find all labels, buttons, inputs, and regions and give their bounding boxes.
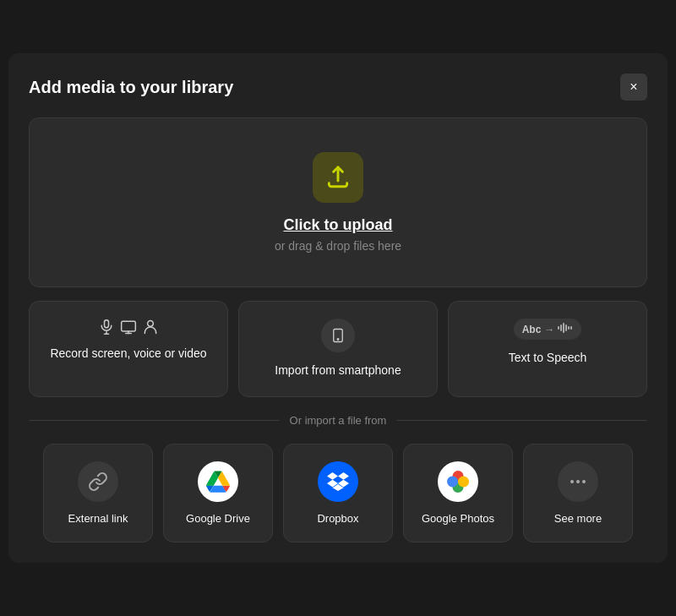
- separator: Or import a file from: [29, 414, 647, 427]
- dropbox-card[interactable]: Dropbox: [283, 444, 393, 542]
- google-photos-icon-wrapper: [438, 461, 478, 502]
- smartphone-icon: [330, 328, 346, 343]
- person-icon: [142, 319, 159, 335]
- dropbox-icon-wrapper: [318, 461, 358, 502]
- smartphone-icon-bg: [321, 319, 355, 352]
- google-photos-label: Google Photos: [422, 512, 494, 525]
- record-option[interactable]: Record screen, voice or video: [29, 301, 228, 397]
- tts-label: Text to Speech: [509, 350, 587, 367]
- svg-point-8: [337, 339, 339, 341]
- more-dots-icon: [568, 472, 588, 492]
- svg-rect-0: [105, 320, 109, 328]
- svg-point-15: [570, 480, 574, 483]
- waveform-icon: [558, 322, 573, 334]
- see-more-label: See more: [554, 512, 602, 525]
- svg-rect-12: [565, 324, 567, 331]
- google-drive-card[interactable]: Google Drive: [163, 444, 273, 542]
- screen-icon: [120, 319, 137, 335]
- upload-icon-wrapper: [313, 152, 363, 203]
- smartphone-icons: [321, 319, 355, 352]
- upload-area[interactable]: Click to upload or drag & drop files her…: [29, 117, 647, 287]
- dropbox-icon: [327, 471, 349, 493]
- svg-rect-14: [570, 326, 572, 330]
- svg-point-16: [576, 480, 580, 483]
- google-drive-icon: [206, 470, 230, 493]
- modal-title: Add media to your library: [29, 78, 233, 97]
- tts-wave-icon: [558, 322, 573, 336]
- link-icon: [88, 472, 108, 492]
- svg-rect-9: [558, 326, 559, 330]
- svg-rect-13: [568, 326, 570, 330]
- see-more-card[interactable]: See more: [523, 444, 633, 542]
- tts-option[interactable]: Abc → Text to Speech: [448, 301, 647, 397]
- google-photos-icon: [447, 471, 469, 493]
- external-link-card[interactable]: External link: [43, 444, 153, 542]
- see-more-icon-wrapper: [558, 461, 598, 502]
- dropbox-label: Dropbox: [317, 512, 358, 525]
- close-button[interactable]: ×: [620, 74, 647, 101]
- svg-rect-11: [563, 323, 564, 333]
- options-row: Record screen, voice or video Import fro…: [29, 301, 647, 397]
- external-link-label: External link: [68, 512, 128, 525]
- separator-line-right: [396, 420, 647, 421]
- svg-rect-10: [560, 324, 562, 331]
- record-label: Record screen, voice or video: [50, 346, 206, 363]
- separator-line-left: [29, 420, 280, 421]
- tts-badge: Abc →: [514, 319, 582, 340]
- modal-header: Add media to your library ×: [29, 74, 647, 101]
- tts-icons-wrapper: Abc →: [514, 319, 582, 340]
- click-to-upload-text[interactable]: Click to upload: [283, 216, 392, 234]
- import-row: External link Google Drive: [29, 444, 647, 542]
- mic-icon: [98, 319, 115, 335]
- smartphone-label: Import from smartphone: [275, 363, 401, 379]
- google-drive-label: Google Drive: [186, 512, 250, 525]
- svg-point-17: [582, 480, 586, 483]
- separator-text: Or import a file from: [290, 414, 387, 427]
- record-icons: [98, 319, 159, 335]
- smartphone-option[interactable]: Import from smartphone: [238, 301, 438, 397]
- tts-arrow-icon: →: [544, 324, 554, 335]
- google-drive-icon-wrapper: [198, 461, 238, 502]
- tts-abc-text: Abc: [522, 324, 542, 335]
- add-media-modal: Add media to your library × Click to upl…: [8, 53, 668, 563]
- external-link-icon-wrapper: [78, 461, 118, 502]
- svg-point-6: [148, 321, 154, 327]
- google-photos-card[interactable]: Google Photos: [403, 444, 513, 542]
- upload-icon: [324, 164, 352, 191]
- drag-drop-text: or drag & drop files here: [275, 239, 401, 253]
- svg-rect-3: [122, 322, 136, 332]
